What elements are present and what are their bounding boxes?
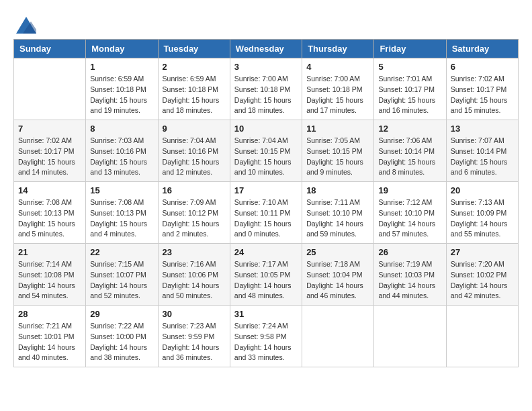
day-number: 12 <box>378 124 441 134</box>
calendar-cell: 18Sunrise: 7:11 AMSunset: 10:10 PMDaylig… <box>302 182 374 244</box>
calendar-cell: 30Sunrise: 7:23 AMSunset: 9:59 PMDayligh… <box>158 306 230 367</box>
day-number: 8 <box>90 124 153 134</box>
day-info: Sunrise: 7:03 AMSunset: 10:16 PMDaylight… <box>90 136 153 178</box>
day-number: 29 <box>90 309 153 319</box>
calendar-cell: 17Sunrise: 7:10 AMSunset: 10:11 PMDaylig… <box>230 182 302 244</box>
calendar-table: SundayMondayTuesdayWednesdayThursdayFrid… <box>13 39 519 367</box>
calendar-cell <box>374 306 446 367</box>
day-info: Sunrise: 7:13 AMSunset: 10:09 PMDaylight… <box>451 197 514 240</box>
day-info: Sunrise: 7:12 AMSunset: 10:10 PMDaylight… <box>378 197 441 240</box>
calendar-cell: 3Sunrise: 7:00 AMSunset: 10:18 PMDayligh… <box>230 58 302 120</box>
calendar-cell: 5Sunrise: 7:01 AMSunset: 10:17 PMDayligh… <box>374 58 446 120</box>
day-info: Sunrise: 7:21 AMSunset: 10:01 PMDaylight… <box>18 321 81 363</box>
calendar-cell: 27Sunrise: 7:20 AMSunset: 10:02 PMDaylig… <box>446 244 518 306</box>
day-info: Sunrise: 7:14 AMSunset: 10:08 PMDaylight… <box>18 259 81 302</box>
weekday-header: Monday <box>86 40 158 58</box>
calendar-week-row: 21Sunrise: 7:14 AMSunset: 10:08 PMDaylig… <box>14 244 519 306</box>
day-info: Sunrise: 7:23 AMSunset: 9:59 PMDaylight:… <box>163 321 226 363</box>
weekday-header: Sunday <box>14 40 86 58</box>
calendar-cell: 2Sunrise: 6:59 AMSunset: 10:18 PMDayligh… <box>158 58 230 120</box>
calendar-week-row: 14Sunrise: 7:08 AMSunset: 10:13 PMDaylig… <box>14 182 519 244</box>
day-number: 30 <box>163 309 226 319</box>
day-number: 21 <box>18 247 81 257</box>
day-info: Sunrise: 7:08 AMSunset: 10:13 PMDaylight… <box>18 197 81 240</box>
day-info: Sunrise: 7:00 AMSunset: 10:18 PMDaylight… <box>234 74 298 116</box>
calendar-header-row: SundayMondayTuesdayWednesdayThursdayFrid… <box>14 40 519 58</box>
calendar-cell: 8Sunrise: 7:03 AMSunset: 10:16 PMDayligh… <box>86 120 158 182</box>
calendar-cell: 14Sunrise: 7:08 AMSunset: 10:13 PMDaylig… <box>14 182 86 244</box>
day-info: Sunrise: 7:24 AMSunset: 9:58 PMDaylight:… <box>234 321 298 363</box>
day-info: Sunrise: 7:22 AMSunset: 10:00 PMDaylight… <box>90 321 153 363</box>
day-number: 18 <box>306 185 369 195</box>
day-info: Sunrise: 7:18 AMSunset: 10:04 PMDaylight… <box>306 259 369 302</box>
day-info: Sunrise: 7:06 AMSunset: 10:14 PMDaylight… <box>378 136 441 178</box>
day-info: Sunrise: 6:59 AMSunset: 10:18 PMDaylight… <box>90 74 153 116</box>
calendar-cell <box>446 306 518 367</box>
day-number: 11 <box>306 124 369 134</box>
day-info: Sunrise: 7:02 AMSunset: 10:17 PMDaylight… <box>18 136 81 178</box>
day-number: 28 <box>18 309 81 319</box>
day-number: 14 <box>18 185 81 195</box>
day-info: Sunrise: 7:00 AMSunset: 10:18 PMDaylight… <box>306 74 369 116</box>
page-header <box>13 13 519 34</box>
day-number: 19 <box>378 185 441 195</box>
day-number: 26 <box>378 247 441 257</box>
calendar-cell: 16Sunrise: 7:09 AMSunset: 10:12 PMDaylig… <box>158 182 230 244</box>
day-info: Sunrise: 7:16 AMSunset: 10:06 PMDaylight… <box>163 259 226 302</box>
day-info: Sunrise: 7:10 AMSunset: 10:11 PMDaylight… <box>234 197 298 240</box>
calendar-cell: 6Sunrise: 7:02 AMSunset: 10:17 PMDayligh… <box>446 58 518 120</box>
calendar-cell: 25Sunrise: 7:18 AMSunset: 10:04 PMDaylig… <box>302 244 374 306</box>
day-number: 24 <box>234 247 298 257</box>
calendar-cell: 9Sunrise: 7:04 AMSunset: 10:16 PMDayligh… <box>158 120 230 182</box>
calendar-cell: 4Sunrise: 7:00 AMSunset: 10:18 PMDayligh… <box>302 58 374 120</box>
calendar-cell: 22Sunrise: 7:15 AMSunset: 10:07 PMDaylig… <box>86 244 158 306</box>
day-number: 4 <box>306 62 369 72</box>
day-number: 5 <box>378 62 441 72</box>
calendar-cell: 26Sunrise: 7:19 AMSunset: 10:03 PMDaylig… <box>374 244 446 306</box>
day-number: 9 <box>163 124 226 134</box>
day-number: 13 <box>451 124 514 134</box>
day-number: 15 <box>90 185 153 195</box>
day-number: 17 <box>234 185 298 195</box>
calendar-cell: 28Sunrise: 7:21 AMSunset: 10:01 PMDaylig… <box>14 306 86 367</box>
calendar-cell: 23Sunrise: 7:16 AMSunset: 10:06 PMDaylig… <box>158 244 230 306</box>
calendar-week-row: 7Sunrise: 7:02 AMSunset: 10:17 PMDayligh… <box>14 120 519 182</box>
day-number: 7 <box>18 124 81 134</box>
day-info: Sunrise: 7:01 AMSunset: 10:17 PMDaylight… <box>378 74 441 116</box>
logo-icon <box>16 13 36 34</box>
day-number: 27 <box>451 247 514 257</box>
day-number: 31 <box>234 309 298 319</box>
calendar-week-row: 28Sunrise: 7:21 AMSunset: 10:01 PMDaylig… <box>14 306 519 367</box>
calendar-cell: 10Sunrise: 7:04 AMSunset: 10:15 PMDaylig… <box>230 120 302 182</box>
calendar-cell: 1Sunrise: 6:59 AMSunset: 10:18 PMDayligh… <box>86 58 158 120</box>
day-number: 3 <box>234 62 298 72</box>
calendar-week-row: 1Sunrise: 6:59 AMSunset: 10:18 PMDayligh… <box>14 58 519 120</box>
day-number: 6 <box>451 62 514 72</box>
day-number: 16 <box>163 185 226 195</box>
day-info: Sunrise: 7:04 AMSunset: 10:15 PMDaylight… <box>234 136 298 178</box>
weekday-header: Tuesday <box>158 40 230 58</box>
calendar-cell <box>14 58 86 120</box>
day-info: Sunrise: 7:11 AMSunset: 10:10 PMDaylight… <box>306 197 369 240</box>
calendar-cell: 12Sunrise: 7:06 AMSunset: 10:14 PMDaylig… <box>374 120 446 182</box>
calendar-cell: 13Sunrise: 7:07 AMSunset: 10:14 PMDaylig… <box>446 120 518 182</box>
day-info: Sunrise: 7:09 AMSunset: 10:12 PMDaylight… <box>163 197 226 240</box>
calendar-cell: 20Sunrise: 7:13 AMSunset: 10:09 PMDaylig… <box>446 182 518 244</box>
day-info: Sunrise: 7:08 AMSunset: 10:13 PMDaylight… <box>90 197 153 240</box>
calendar-cell: 7Sunrise: 7:02 AMSunset: 10:17 PMDayligh… <box>14 120 86 182</box>
calendar-cell: 11Sunrise: 7:05 AMSunset: 10:15 PMDaylig… <box>302 120 374 182</box>
day-info: Sunrise: 7:20 AMSunset: 10:02 PMDaylight… <box>451 259 514 302</box>
day-info: Sunrise: 7:04 AMSunset: 10:16 PMDaylight… <box>163 136 226 178</box>
day-number: 23 <box>163 247 226 257</box>
weekday-header: Wednesday <box>230 40 302 58</box>
day-info: Sunrise: 7:15 AMSunset: 10:07 PMDaylight… <box>90 259 153 302</box>
day-info: Sunrise: 7:17 AMSunset: 10:05 PMDaylight… <box>234 259 298 302</box>
calendar-cell <box>302 306 374 367</box>
day-number: 25 <box>306 247 369 257</box>
day-number: 10 <box>234 124 298 134</box>
day-info: Sunrise: 7:05 AMSunset: 10:15 PMDaylight… <box>306 136 369 178</box>
calendar-cell: 24Sunrise: 7:17 AMSunset: 10:05 PMDaylig… <box>230 244 302 306</box>
calendar-cell: 31Sunrise: 7:24 AMSunset: 9:58 PMDayligh… <box>230 306 302 367</box>
weekday-header: Thursday <box>302 40 374 58</box>
calendar-cell: 19Sunrise: 7:12 AMSunset: 10:10 PMDaylig… <box>374 182 446 244</box>
